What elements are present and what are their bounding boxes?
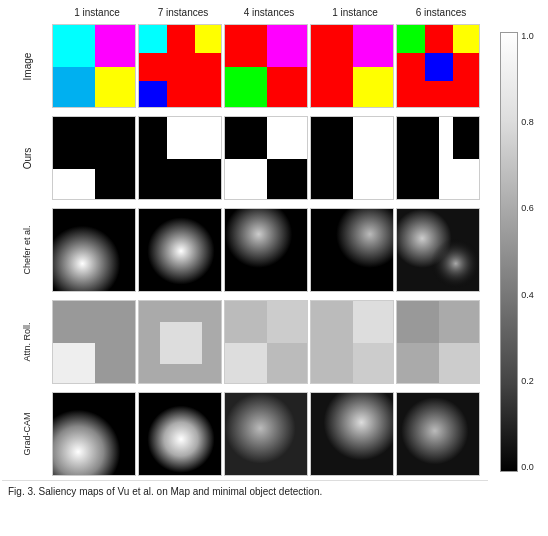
svg-rect-44 (160, 322, 202, 364)
svg-rect-58 (397, 393, 480, 476)
row-chefer: Chefer et al. (2, 204, 488, 296)
tick-1.0: 1.0 (521, 32, 534, 41)
svg-rect-12 (267, 67, 308, 108)
chefer-cell-3 (224, 208, 308, 292)
svg-rect-17 (397, 25, 425, 53)
svg-rect-15 (353, 67, 394, 108)
svg-rect-34 (53, 209, 136, 292)
col-header-3: 4 instances (226, 7, 312, 18)
gradcam-cell-2 (138, 392, 222, 476)
row-label-image: Image (2, 61, 52, 72)
tick-0.8: 0.8 (521, 118, 534, 127)
svg-rect-30 (353, 117, 394, 200)
colorbar-container: 1.0 0.8 0.6 0.4 0.2 0.0 (490, 0, 548, 536)
chefer-cell-4 (310, 208, 394, 292)
chefer-cell-1 (52, 208, 136, 292)
ours-cell-2 (138, 116, 222, 200)
grid-content: 1 instance 7 instances 4 instances 1 ins… (0, 0, 490, 536)
gradcam-cell-3 (224, 392, 308, 476)
svg-rect-35 (139, 209, 222, 292)
col-header-4: 1 instance (312, 7, 398, 18)
ours-cell-4 (310, 116, 394, 200)
svg-rect-6 (195, 25, 222, 53)
svg-rect-21 (53, 169, 95, 200)
image-cell-1 (52, 24, 136, 108)
chefer-cell-2 (138, 208, 222, 292)
svg-rect-10 (267, 25, 308, 67)
svg-rect-52 (397, 301, 439, 343)
row-label-chefer: Chefer et al. (2, 245, 52, 255)
colorbar-ticks: 1.0 0.8 0.6 0.4 0.2 0.0 (518, 32, 534, 472)
svg-rect-37 (311, 209, 394, 292)
attn-cells (52, 300, 480, 384)
svg-rect-0 (53, 25, 95, 67)
main-container: 1 instance 7 instances 4 instances 1 ins… (0, 0, 548, 536)
header-row: 1 instance 7 instances 4 instances 1 ins… (2, 4, 488, 20)
svg-rect-36 (225, 209, 308, 292)
svg-rect-25 (167, 117, 222, 159)
svg-rect-11 (225, 67, 267, 108)
gradcam-cells (52, 392, 480, 476)
gradcam-cell-1 (52, 392, 136, 476)
svg-rect-7 (167, 53, 195, 81)
row-ours: Ours (2, 112, 488, 204)
svg-rect-8 (139, 81, 167, 108)
colorbar-wrapper: 1.0 0.8 0.6 0.4 0.2 0.0 (500, 32, 534, 472)
svg-rect-19 (425, 53, 453, 81)
attn-cell-4 (310, 300, 394, 384)
svg-rect-14 (353, 25, 394, 67)
image-cells (52, 24, 480, 108)
image-cell-3 (224, 24, 308, 108)
row-label-gradcam: Grad-CAM (2, 429, 52, 439)
attn-cell-3 (224, 300, 308, 384)
svg-rect-1 (95, 25, 136, 67)
gradcam-cell-5 (396, 392, 480, 476)
image-cell-2 (138, 24, 222, 108)
attn-cell-2 (138, 300, 222, 384)
svg-rect-24 (139, 159, 222, 200)
ours-cell-5 (396, 116, 480, 200)
ours-cell-1 (52, 116, 136, 200)
attn-cell-5 (396, 300, 480, 384)
col-header-5: 6 instances (398, 7, 484, 18)
row-gradcam: Grad-CAM (2, 388, 488, 480)
svg-rect-27 (267, 117, 308, 159)
svg-rect-47 (225, 343, 267, 384)
image-cell-5 (396, 24, 480, 108)
svg-rect-54 (53, 393, 136, 476)
colorbar (500, 32, 518, 472)
gradcam-cell-4 (310, 392, 394, 476)
row-label-attn: Attn. Roll. (2, 337, 52, 347)
attn-cell-1 (52, 300, 136, 384)
caption: Fig. 3. Saliency maps of Vu et al. on Ma… (2, 480, 488, 503)
svg-rect-32 (397, 117, 439, 200)
row-label-ours: Ours (2, 153, 52, 164)
tick-0.6: 0.6 (521, 204, 534, 213)
svg-rect-40 (397, 209, 480, 292)
svg-rect-49 (353, 301, 394, 343)
ours-cells (52, 116, 480, 200)
svg-rect-33 (453, 117, 480, 159)
svg-rect-28 (225, 159, 267, 200)
col-header-2: 7 instances (140, 7, 226, 18)
col-header-1: 1 instance (54, 7, 140, 18)
image-cell-4 (310, 24, 394, 108)
tick-0.2: 0.2 (521, 377, 534, 386)
row-image: Image (2, 20, 488, 112)
svg-rect-2 (53, 67, 95, 108)
svg-rect-5 (139, 25, 167, 53)
svg-rect-50 (353, 343, 394, 384)
ours-cell-3 (224, 116, 308, 200)
svg-rect-55 (139, 393, 222, 476)
svg-rect-57 (311, 393, 394, 476)
svg-rect-53 (439, 343, 480, 384)
svg-rect-42 (53, 343, 95, 384)
svg-rect-46 (267, 301, 308, 343)
tick-0.4: 0.4 (521, 291, 534, 300)
chefer-cell-5 (396, 208, 480, 292)
svg-rect-3 (95, 67, 136, 108)
svg-rect-18 (453, 25, 480, 53)
tick-0.0: 0.0 (521, 463, 534, 472)
chefer-cells (52, 208, 480, 292)
svg-rect-56 (225, 393, 308, 476)
